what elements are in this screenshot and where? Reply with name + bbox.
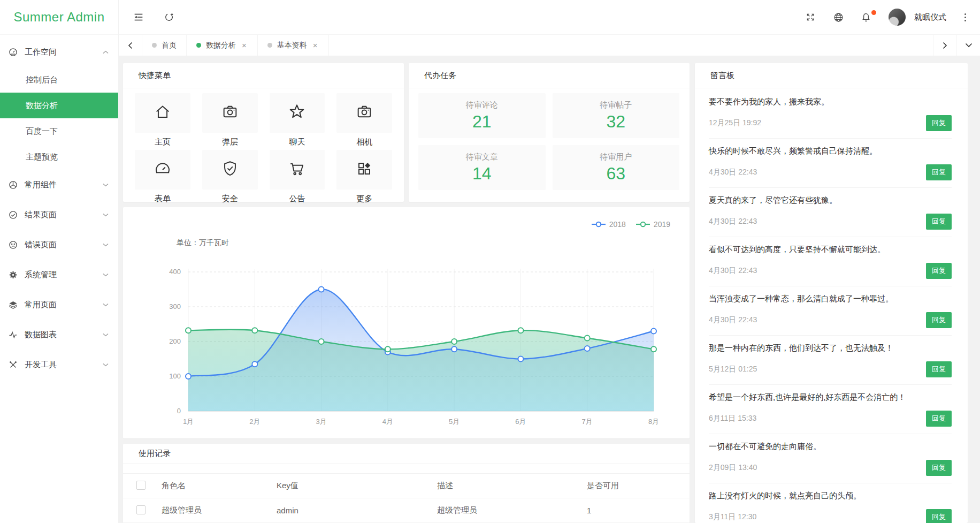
quick-menu-item-security[interactable]: 安全 xyxy=(202,150,258,204)
svg-text:400: 400 xyxy=(169,268,181,276)
message-text: 夏天真的来了，尽管它还有些犹豫。 xyxy=(709,195,952,206)
sidebar-item-data-analysis[interactable]: 数据分析 xyxy=(0,93,118,118)
reply-button[interactable]: 回复 xyxy=(926,460,952,476)
quick-menu-item-form[interactable]: 表单 xyxy=(135,150,190,204)
svg-text:7月: 7月 xyxy=(582,418,593,426)
sidebar-group-error-pages[interactable]: 错误页面 xyxy=(0,230,118,260)
tab-spacer xyxy=(329,35,933,56)
todo-label: 待审评论 xyxy=(418,100,546,110)
sidebar-group-label: 数据图表 xyxy=(25,330,103,340)
reply-button[interactable]: 回复 xyxy=(926,312,952,328)
cell-key: admin xyxy=(277,498,437,523)
svg-text:300: 300 xyxy=(169,302,181,310)
chevron-down-icon xyxy=(103,333,109,337)
message-board-card: 留言板 要不要作为我的家人，搬来我家。 12月25日 19:92 回复 快乐的时… xyxy=(695,63,968,523)
legend-item-2018[interactable]: 2018 xyxy=(591,220,626,229)
reply-button[interactable]: 回复 xyxy=(926,411,952,427)
collapse-menu-icon[interactable] xyxy=(133,11,144,23)
tab-basic-info[interactable]: 基本资料 × xyxy=(258,35,329,56)
sidebar-item-baidu[interactable]: 百度一下 xyxy=(0,118,118,144)
tabs-scroll-right-icon[interactable] xyxy=(933,35,956,56)
todo-item-users[interactable]: 待审用户 63 xyxy=(553,145,680,190)
username[interactable]: 就眠仪式 xyxy=(914,12,946,22)
message-text: 快乐的时候不敢尽兴，频繁警戒自己保持清醒。 xyxy=(709,146,952,156)
sidebar-group-label: 结果页面 xyxy=(25,210,103,220)
close-icon[interactable]: × xyxy=(312,40,319,50)
sidebar-group-result-pages[interactable]: 结果页面 xyxy=(0,200,118,230)
reply-button[interactable]: 回复 xyxy=(926,263,952,279)
cart-icon xyxy=(288,160,306,180)
app-window: Summer Admin 工作空间 控制后台 数据分析 百度一下 主题预览 xyxy=(0,0,980,523)
sidebar-item-theme-preview[interactable]: 主题预览 xyxy=(0,144,118,170)
svg-text:1月: 1月 xyxy=(183,418,194,426)
sidebar-group-components[interactable]: 常用组件 xyxy=(0,170,118,200)
avatar[interactable] xyxy=(889,9,906,26)
tabs-scroll-left-icon[interactable] xyxy=(119,35,142,56)
quick-menu-item-camera[interactable]: 相机 xyxy=(336,93,392,148)
select-all-checkbox[interactable] xyxy=(136,481,146,490)
quick-menu-item-home[interactable]: 主页 xyxy=(135,93,190,148)
reply-button[interactable]: 回复 xyxy=(926,115,952,131)
sidebar-group-dev-tools[interactable]: 开发工具 xyxy=(0,350,118,380)
usage-records-card: 使用记录 角色名 Key值 描述 是否可用 xyxy=(123,444,690,523)
sidebar-group-common-pages[interactable]: 常用页面 xyxy=(0,290,118,320)
quick-menu-label: 聊天 xyxy=(270,136,325,148)
tools-icon xyxy=(9,360,18,369)
message-text: 路上没有灯火的时候，就点亮自己的头颅。 xyxy=(709,491,952,501)
todo-value: 32 xyxy=(553,112,680,132)
chevron-down-icon xyxy=(103,243,109,247)
reply-button[interactable]: 回复 xyxy=(926,164,952,180)
quick-menu-item-more[interactable]: 更多 xyxy=(336,150,392,204)
more-options-icon[interactable] xyxy=(962,11,968,24)
refresh-icon[interactable] xyxy=(164,11,175,23)
todo-card: 代办任务 待审评论 21 待审帖子 32 待审文章 xyxy=(409,63,690,202)
quick-menu-item-announcement[interactable]: 公告 xyxy=(270,150,325,204)
todo-value: 21 xyxy=(418,112,546,132)
tab-data-analysis[interactable]: 数据分析 × xyxy=(187,35,258,56)
gauge-icon xyxy=(154,160,172,180)
list-item: 希望是一个好东西,也许是最好的,好东西是不会消亡的！ 6月11日 15:33 回… xyxy=(709,385,952,434)
sidebar-group-workspace[interactable]: 工作空间 xyxy=(0,37,118,67)
sidebar-group-system[interactable]: 系统管理 xyxy=(0,260,118,290)
sidebar-group-data-charts[interactable]: 数据图表 xyxy=(0,320,118,350)
tab-label: 基本资料 xyxy=(277,41,307,50)
tab-label: 数据分析 xyxy=(206,41,236,50)
list-item: 路上没有灯火的时候，就点亮自己的头颅。 3月11日 12:30 回复 xyxy=(709,483,952,523)
todo-item-posts[interactable]: 待审帖子 32 xyxy=(553,93,680,138)
tabs-menu-icon[interactable] xyxy=(956,35,980,56)
tab-home[interactable]: 首页 xyxy=(142,35,187,56)
chart-unit-label: 单位：万千瓦时 xyxy=(177,238,229,248)
fullscreen-icon[interactable] xyxy=(805,11,817,23)
sidebar-item-control-backend[interactable]: 控制后台 xyxy=(0,67,118,93)
quick-menu-item-chat[interactable]: 聊天 xyxy=(270,93,325,148)
message-text: 那是一种内在的东西，他们到达不了，也无法触及！ xyxy=(709,343,952,353)
svg-text:0: 0 xyxy=(177,407,181,415)
reply-button[interactable]: 回复 xyxy=(926,509,952,523)
svg-text:8月: 8月 xyxy=(648,418,659,426)
app-logo: Summer Admin xyxy=(0,0,118,35)
todo-item-comments[interactable]: 待审评论 21 xyxy=(418,93,546,138)
card-title: 代办任务 xyxy=(409,63,690,88)
legend-item-2019[interactable]: 2019 xyxy=(636,220,670,229)
chevron-down-icon xyxy=(103,273,109,277)
message-date: 6月11日 15:33 xyxy=(709,414,756,423)
message-date: 2月09日 13:40 xyxy=(709,463,757,473)
usage-table-wrap: 角色名 Key值 描述 是否可用 超级管理员 admi xyxy=(123,464,690,523)
top-header: 就眠仪式 xyxy=(119,0,980,35)
cell-enabled: 1 xyxy=(587,498,690,523)
todo-label: 待审帖子 xyxy=(553,100,680,110)
close-icon[interactable]: × xyxy=(241,40,248,50)
globe-icon[interactable] xyxy=(833,11,845,23)
message-text: 希望是一个好东西,也许是最好的,好东西是不会消亡的！ xyxy=(709,392,952,403)
tab-dot-active xyxy=(196,43,201,48)
message-text: 一切都在不可避免的走向庸俗。 xyxy=(709,442,952,452)
reply-button[interactable]: 回复 xyxy=(926,214,952,230)
reply-button[interactable]: 回复 xyxy=(926,361,952,377)
dashboard-icon xyxy=(9,48,18,57)
notifications-bell-icon[interactable] xyxy=(861,11,872,23)
todo-item-articles[interactable]: 待审文章 14 xyxy=(418,145,546,190)
quick-menu-item-layer[interactable]: 弹层 xyxy=(202,93,258,148)
activity-icon xyxy=(9,330,18,339)
energy-chart-card: 2018 2019 单位：万千瓦时 01002003004001月2月3月4月5… xyxy=(123,207,690,438)
row-checkbox[interactable] xyxy=(136,505,146,514)
